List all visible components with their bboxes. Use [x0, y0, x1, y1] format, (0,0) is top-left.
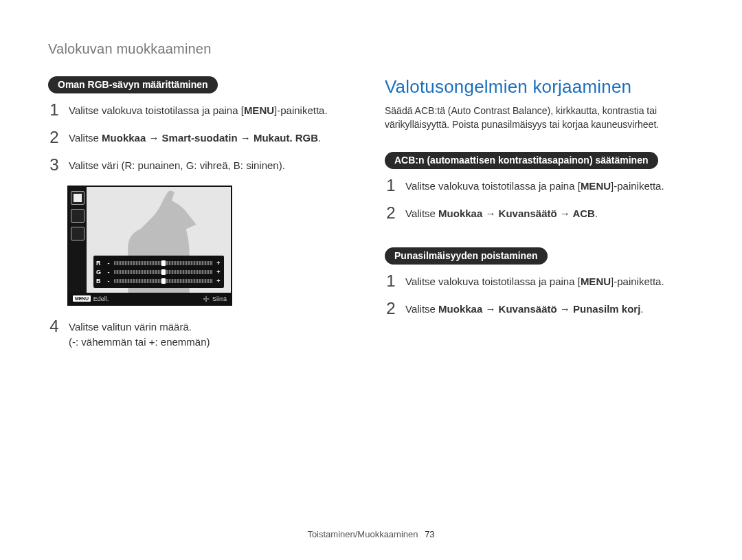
minus-label: -	[106, 269, 111, 276]
step-text: Valitse väri (R: punainen, G: vihreä, B:…	[69, 158, 357, 173]
step-number: 2	[385, 205, 397, 221]
slider-track	[114, 279, 213, 283]
text-fragment: Valitse valokuva toistotilassa ja paina …	[69, 104, 244, 116]
text-fragment: ]-painiketta.	[611, 180, 664, 192]
step-text: Valitse valokuva toistotilassa ja paina …	[405, 179, 694, 194]
rgb-sliders: R - + G - + B - +	[93, 256, 224, 288]
svg-point-1	[205, 298, 207, 300]
text-fragment: .	[640, 303, 643, 315]
subsection-pill-rgb: Oman RGB-sävyn määrittäminen	[48, 76, 218, 93]
text-fragment: Valitse	[405, 208, 438, 219]
text-fragment: .	[595, 208, 598, 219]
left-column: Oman RGB-sävyn määrittäminen 1 Valitse v…	[48, 76, 357, 362]
slider-track	[114, 270, 213, 274]
nav-arrows-icon	[203, 295, 210, 302]
channel-label-b: B	[96, 278, 103, 284]
menu-label: MENU	[244, 104, 274, 116]
step-3: 3 Valitse väri (R: punainen, G: vihreä, …	[48, 158, 357, 173]
subsection-pill-redeye: Punasilmäisyyden poistaminen	[385, 247, 548, 265]
page-footer: Toistaminen/Muokkaaminen 73	[0, 529, 742, 539]
page-number: 73	[425, 529, 434, 539]
step-1: 1 Valitse valokuva toistotilassa ja pain…	[385, 179, 694, 194]
step-number: 1	[385, 177, 397, 194]
page-header: Valokuvan muokkaaminen	[48, 41, 694, 57]
text-fragment: Valitse valokuva toistotilassa ja paina …	[405, 180, 581, 192]
step-number: 2	[385, 300, 397, 317]
plus-label: +	[216, 260, 221, 267]
step-text: Valitse Muokkaa → Kuvansäätö → ACB.	[405, 206, 694, 221]
step-number: 1	[385, 273, 397, 289]
plus-label: +	[216, 269, 221, 276]
channel-label-r: R	[96, 260, 103, 267]
screen-statusbar: MENU Edell. Siirrä	[69, 293, 231, 304]
steps-rgb-cont: 4 Valitse valitun värin määrä. (-: vähem…	[48, 320, 357, 350]
slider-row-r: R - +	[96, 258, 221, 267]
path-label: Muokkaa → Kuvansäätö → Punasilm korj	[438, 303, 640, 315]
plus-label: +	[216, 278, 221, 284]
text-fragment: ]-painiketta.	[274, 104, 328, 116]
path-label: Muokkaa → Smart-suodatin → Mukaut. RGB	[102, 132, 318, 144]
section-title-exposure: Valotusongelmien korjaaminen	[385, 76, 694, 98]
back-label: Edell.	[93, 295, 109, 302]
path-label: Muokkaa → Kuvansäätö → ACB	[438, 208, 595, 219]
step-number: 3	[48, 157, 60, 173]
channel-label-g: G	[96, 269, 103, 276]
slider-track	[114, 261, 213, 265]
menu-label: MENU	[581, 276, 611, 287]
menu-button-icon: MENU	[73, 295, 91, 302]
slider-row-g: G - +	[96, 267, 221, 276]
intro-text: Säädä ACB:tä (Auto Contrast Balance), ki…	[385, 104, 694, 131]
text-fragment: (-: vähemmän tai +: enemmän)	[69, 336, 210, 348]
footer-section-label: Toistaminen/Muokkaaminen	[307, 529, 418, 539]
slider-row-b: B - +	[96, 276, 221, 285]
text-fragment: Valitse	[405, 303, 438, 315]
text-fragment: Valitse	[69, 132, 102, 144]
steps-redeye: 1 Valitse valokuva toistotilassa ja pain…	[385, 274, 694, 317]
step-text: Valitse valokuva toistotilassa ja paina …	[405, 274, 694, 289]
right-column: Valotusongelmien korjaaminen Säädä ACB:t…	[385, 76, 694, 362]
minus-label: -	[106, 278, 111, 284]
text-fragment: .	[318, 132, 321, 144]
sidebar-adjust-icon	[71, 209, 85, 223]
step-2: 2 Valitse Muokkaa → Smart-suodatin → Muk…	[48, 131, 357, 146]
step-4: 4 Valitse valitun värin määrä. (-: vähem…	[48, 320, 357, 350]
step-number: 2	[48, 129, 60, 146]
step-1: 1 Valitse valokuva toistotilassa ja pain…	[385, 274, 694, 289]
step-1: 1 Valitse valokuva toistotilassa ja pain…	[48, 103, 357, 118]
step-text: Valitse Muokkaa → Kuvansäätö → Punasilm …	[405, 302, 694, 317]
screen-sidebar	[69, 187, 87, 293]
text-fragment: Valitse valitun värin määrä.	[69, 321, 192, 333]
manual-page: Valokuvan muokkaaminen Oman RGB-sävyn mä…	[0, 0, 742, 560]
sidebar-thumb-icon	[71, 191, 85, 205]
step-number: 4	[48, 318, 60, 335]
text-fragment: ]-painiketta.	[611, 276, 664, 287]
subsection-pill-acb: ACB:n (automaattisen kontrastitasapainon…	[385, 152, 658, 169]
minus-label: -	[106, 260, 111, 267]
steps-rgb: 1 Valitse valokuva toistotilassa ja pain…	[48, 103, 357, 173]
step-2: 2 Valitse Muokkaa → Kuvansäätö → Punasil…	[385, 302, 694, 317]
step-text: Valitse valitun värin määrä. (-: vähemmä…	[69, 320, 357, 350]
sidebar-frame-icon	[71, 227, 85, 240]
menu-label: MENU	[581, 180, 611, 192]
camera-screen-illustration: R - + G - + B - +	[67, 186, 232, 306]
move-label: Siirrä	[212, 295, 227, 302]
text-fragment: Valitse valokuva toistotilassa ja paina …	[405, 276, 581, 287]
columns: Oman RGB-sävyn määrittäminen 1 Valitse v…	[48, 76, 694, 362]
steps-acb: 1 Valitse valokuva toistotilassa ja pain…	[385, 179, 694, 221]
step-2: 2 Valitse Muokkaa → Kuvansäätö → ACB.	[385, 206, 694, 221]
step-text: Valitse Muokkaa → Smart-suodatin → Mukau…	[69, 131, 357, 146]
step-text: Valitse valokuva toistotilassa ja paina …	[69, 103, 357, 118]
step-number: 1	[48, 102, 60, 118]
spacer	[385, 234, 694, 247]
